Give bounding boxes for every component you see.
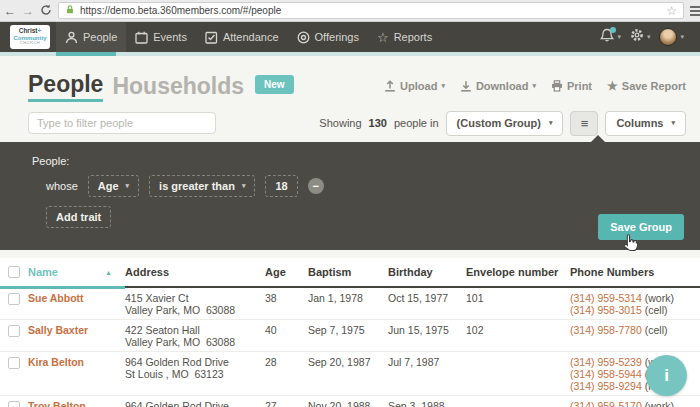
upload-label: Upload xyxy=(400,80,437,92)
print-label: Print xyxy=(567,80,592,92)
address-cell: 422 Seaton HallValley Park, MO 63088 xyxy=(125,324,265,348)
whose-label: whose xyxy=(46,180,78,192)
select-all-checkbox[interactable] xyxy=(8,266,20,278)
row-checkbox[interactable] xyxy=(8,357,20,369)
phone-type: (cell) xyxy=(645,324,668,336)
browser-back-button[interactable]: ← xyxy=(4,5,16,17)
columns-caret-icon: ▾ xyxy=(671,119,675,127)
column-header-envelope[interactable]: Envelope number xyxy=(466,266,570,278)
group-select-dropdown[interactable]: (Custom Group) ▾ xyxy=(446,111,564,136)
phone-number-link[interactable]: (314) 958-3015 xyxy=(570,304,642,316)
person-name-link[interactable]: Troy Belton xyxy=(28,400,125,407)
trait-select-value: Age xyxy=(98,180,119,192)
group-filter-toggle-button[interactable]: ≡ xyxy=(570,111,598,136)
phone-number-link[interactable]: (314) 958-7780 xyxy=(570,324,642,336)
address-line1: 964 Golden Rod Drive xyxy=(125,400,229,407)
save-group-button[interactable]: Save Group xyxy=(598,214,684,240)
phone-number-link[interactable]: (314) 958-9294 xyxy=(570,380,642,392)
panel-label: People: xyxy=(32,155,69,167)
phone-type: (work) xyxy=(645,400,674,407)
address-line1: 422 Seaton Hall xyxy=(125,324,200,336)
operator-select[interactable]: is greater than ▾ xyxy=(149,175,255,197)
age-cell: 38 xyxy=(265,292,308,304)
columns-dropdown[interactable]: Columns ▾ xyxy=(605,111,686,136)
nav-label-attendance: Attendance xyxy=(223,31,279,43)
avatar-caret-icon[interactable]: ▾ xyxy=(680,33,684,41)
address-cell: 964 Golden Rod Drive xyxy=(125,400,265,407)
remove-trait-button[interactable]: − xyxy=(308,178,324,194)
filter-people-input[interactable] xyxy=(28,112,216,134)
tab-people-title[interactable]: People xyxy=(28,71,103,102)
print-button[interactable]: Print xyxy=(551,80,592,92)
people-table: Name ▲ Address Age Baptism Birthday Enve… xyxy=(0,258,700,407)
columns-label: Columns xyxy=(616,117,663,129)
table-row: Troy Belton 964 Golden Rod Drive 27 Nov … xyxy=(0,396,700,407)
column-header-address[interactable]: Address xyxy=(125,266,265,278)
calendar-icon xyxy=(135,31,148,44)
gear-caret-icon[interactable]: ▾ xyxy=(647,33,651,41)
nav-item-people[interactable]: People xyxy=(56,22,126,52)
showing-suffix: people in xyxy=(394,117,439,129)
browser-menu-icon[interactable] xyxy=(690,6,700,16)
nav-item-events[interactable]: Events xyxy=(126,22,196,52)
nav-label-reports: Reports xyxy=(394,31,433,43)
operator-caret-icon: ▾ xyxy=(242,182,246,190)
panel-table-gap xyxy=(0,250,700,258)
envelope-cell: 102 xyxy=(466,324,570,336)
address-bar[interactable]: https://demo.beta.360members.com/#/peopl… xyxy=(58,2,684,19)
save-report-button[interactable]: ★ Save Report xyxy=(607,80,686,92)
person-name-link[interactable]: Sue Abbott xyxy=(28,292,125,304)
phone-number-link[interactable]: (314) 958-5944 xyxy=(570,368,642,380)
phone-number-link[interactable]: (314) 959-5170 xyxy=(570,400,642,407)
nav-item-offerings[interactable]: Offerings xyxy=(288,22,368,52)
phones-cell: (314) 959-5314 (work) (314) 958-3015 (ce… xyxy=(570,292,700,316)
address-line2: Valley Park, MO 63088 xyxy=(125,304,235,316)
bell-caret-icon[interactable]: ▾ xyxy=(617,33,621,41)
person-name-link[interactable]: Kira Belton xyxy=(28,356,125,368)
group-filter-panel: People: whose Age ▾ is greater than ▾ 18… xyxy=(0,142,700,250)
new-badge-button[interactable]: New xyxy=(255,75,294,94)
address-cell: 964 Golden Rod DriveSt Louis , MO 63123 xyxy=(125,356,265,380)
person-name-link[interactable]: Sally Baxter xyxy=(28,324,125,336)
column-header-phones[interactable]: Phone Numbers xyxy=(570,266,700,278)
download-button[interactable]: Download ▾ xyxy=(460,80,536,92)
star-icon: ☆ xyxy=(377,31,389,44)
nav-label-offerings: Offerings xyxy=(315,31,359,43)
upload-button[interactable]: Upload ▾ xyxy=(384,80,445,92)
trait-select[interactable]: Age ▾ xyxy=(88,175,139,197)
column-header-birthday[interactable]: Birthday xyxy=(388,266,466,278)
phone-number-link[interactable]: (314) 959-5239 xyxy=(570,356,642,368)
logo-cross-icon: + xyxy=(37,27,41,34)
user-avatar[interactable] xyxy=(659,28,677,46)
row-checkbox[interactable] xyxy=(8,293,20,305)
nav-item-attendance[interactable]: Attendance xyxy=(196,22,288,52)
nav-item-reports[interactable]: ☆ Reports xyxy=(368,22,441,52)
column-header-baptism[interactable]: Baptism xyxy=(308,266,388,278)
settings-gear-icon[interactable] xyxy=(630,28,644,46)
nav-items: People Events Attendance Offerings ☆ Rep… xyxy=(56,22,441,52)
trait-value-input[interactable]: 18 xyxy=(265,175,297,197)
browser-forward-button[interactable]: → xyxy=(22,5,34,17)
save-report-star-icon: ★ xyxy=(607,80,618,92)
bookmark-star-icon[interactable]: ☆ xyxy=(666,5,677,17)
tab-households-title[interactable]: Households xyxy=(112,73,244,100)
info-fab-button[interactable]: i xyxy=(646,355,687,396)
nav-underline-strip xyxy=(0,52,700,56)
add-trait-button[interactable]: Add trait xyxy=(46,206,111,228)
notifications-bell-icon[interactable] xyxy=(600,28,614,47)
age-cell: 28 xyxy=(265,356,308,368)
church-logo[interactable]: Christ+ Community CHURCH xyxy=(10,25,50,49)
browser-reload-button[interactable] xyxy=(40,2,52,20)
row-checkbox[interactable] xyxy=(8,401,20,407)
phone-number-link[interactable]: (314) 959-5314 xyxy=(570,292,642,304)
column-header-age[interactable]: Age xyxy=(265,266,308,278)
baptism-cell: Sep 7, 1975 xyxy=(308,324,388,336)
phone-type: (cell) xyxy=(645,304,668,316)
address-line2: Valley Park, MO 63088 xyxy=(125,336,235,348)
row-checkbox[interactable] xyxy=(8,325,20,337)
upload-caret-icon: ▾ xyxy=(441,82,445,90)
column-header-name[interactable]: Name ▲ xyxy=(28,266,125,278)
table-row: Kira Belton 964 Golden Rod DriveSt Louis… xyxy=(0,352,700,396)
active-tab-underline xyxy=(56,52,116,56)
address-line1: 415 Xavier Ct xyxy=(125,292,189,304)
